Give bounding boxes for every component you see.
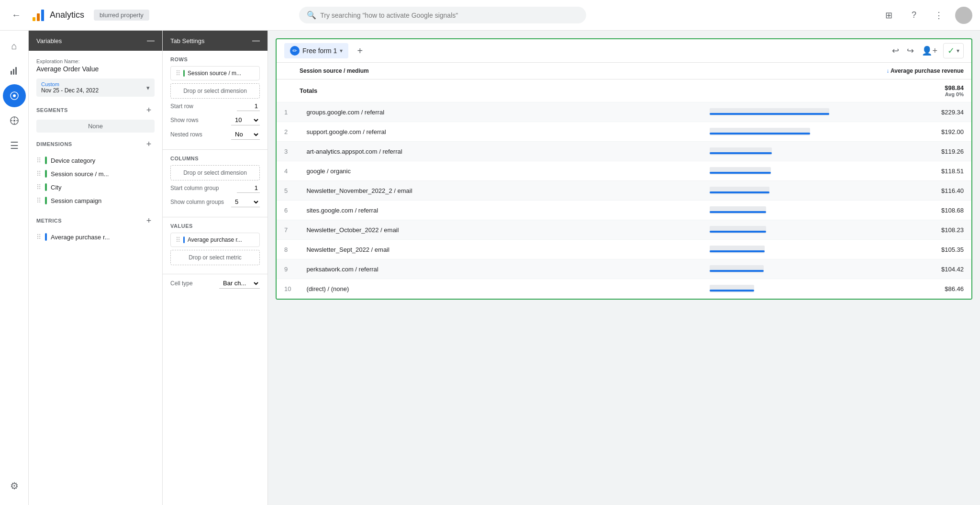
start-row-input[interactable] — [237, 101, 260, 111]
columns-section: COLUMNS Drop or select dimension Start c… — [163, 150, 267, 217]
dimension-label: City — [51, 184, 61, 191]
row-num: 9 — [277, 259, 299, 279]
more-icon-btn[interactable]: ⋮ — [930, 7, 947, 24]
table-row: 4 google / organic $118.51 — [277, 161, 971, 181]
sidebar-item-reports[interactable] — [3, 59, 26, 82]
bar-fill — [710, 270, 764, 272]
bar-bg — [710, 206, 766, 214]
bar-bg — [710, 285, 754, 292]
search-bar[interactable]: 🔍 — [299, 7, 586, 23]
explore-icon — [10, 91, 19, 101]
svg-rect-5 — [15, 67, 17, 75]
data-table: Session source / medium ↓ Average purcha… — [277, 63, 971, 102]
date-range-selector[interactable]: Custom Nov 25 - Dec 24, 2022 ▾ — [36, 79, 155, 97]
dimension-session-source[interactable]: ⠿ Session source / m... — [36, 167, 155, 180]
row-num: 10 — [277, 279, 299, 299]
chevron-down-icon: ▾ — [146, 84, 150, 91]
status-button[interactable]: ✓ ▾ — [943, 43, 964, 58]
dimension-label: Session source / m... — [51, 170, 109, 178]
grid-icon-btn[interactable]: ⊞ — [880, 7, 898, 24]
row-drop-zone[interactable]: Drop or select dimension — [170, 83, 260, 99]
bar-cell — [702, 220, 846, 240]
row-num-header — [277, 63, 292, 79]
bar-cell — [702, 201, 846, 220]
variables-minimize-btn[interactable]: — — [147, 36, 155, 45]
metric-drop-zone[interactable]: Drop or select metric — [170, 250, 260, 265]
svg-point-8 — [13, 94, 16, 97]
dimension-bar — [45, 183, 47, 191]
sidebar-item-explore[interactable] — [3, 84, 26, 107]
free-form-tab[interactable]: ✏ Free form 1 ▾ — [284, 43, 348, 58]
bar-fill — [710, 172, 771, 174]
bar-bg — [710, 187, 769, 194]
bar-cell — [702, 240, 846, 259]
bar-cell — [702, 142, 846, 161]
row-num: 3 — [277, 142, 299, 161]
sidebar-bottom: ⚙ — [3, 474, 26, 505]
bar-container — [710, 245, 838, 254]
back-button[interactable]: ← — [8, 7, 25, 24]
redo-button[interactable]: ↪ — [905, 44, 916, 58]
property-selector[interactable]: blurred property — [94, 10, 149, 21]
main-content: ✏ Free form 1 ▾ + ↩ ↪ 👤+ ✓ ▾ — [268, 31, 980, 505]
variables-title: Variables — [36, 37, 62, 45]
show-col-select[interactable]: 5 10 — [231, 197, 260, 207]
segments-title: SEGMENTS — [36, 107, 68, 113]
svg-point-10 — [13, 120, 15, 122]
svg-rect-3 — [11, 71, 12, 75]
chevron-down-icon: ▾ — [340, 47, 343, 54]
totals-num — [277, 79, 292, 102]
svg-rect-0 — [33, 17, 35, 21]
row-label: groups.google.com / referral — [299, 102, 702, 122]
dimension-city[interactable]: ⠿ City — [36, 180, 155, 194]
show-rows-label: Show rows — [170, 117, 199, 123]
show-rows-select[interactable]: 10 25 50 — [231, 115, 260, 125]
exploration-container: ✏ Free form 1 ▾ + ↩ ↪ 👤+ ✓ ▾ — [276, 38, 972, 300]
tab-settings-panel: Tab Settings — ROWS ⠿ Session source / m… — [163, 31, 268, 505]
sidebar-item-home[interactable]: ⌂ — [3, 34, 26, 57]
bar-fill — [710, 113, 829, 115]
start-col-input[interactable] — [237, 183, 260, 193]
row-dimension-chip[interactable]: ⠿ Session source / m... — [170, 66, 260, 80]
sidebar-item-settings[interactable]: ⚙ — [3, 474, 26, 497]
sidebar-item-advertising[interactable] — [3, 109, 26, 132]
show-rows-row: Show rows 10 25 50 — [170, 115, 260, 125]
bar-fill — [710, 133, 810, 135]
rows-section: ROWS ⠿ Session source / m... Drop or sel… — [163, 51, 267, 150]
chip-bar — [183, 70, 185, 77]
bar-cell — [702, 259, 846, 279]
share-button[interactable]: 👤+ — [920, 44, 939, 58]
metric-avg-purchase[interactable]: ⠿ Average purchase r... — [36, 230, 155, 244]
search-input[interactable] — [320, 11, 579, 19]
value-metric-chip[interactable]: ⠿ Average purchase r... — [170, 233, 260, 247]
exploration-name-label: Exploration Name: — [36, 58, 155, 64]
cell-type-select[interactable]: Bar ch... Heat map Plain text — [219, 278, 260, 289]
add-tab-button[interactable]: + — [352, 43, 368, 58]
bar-cell — [702, 161, 846, 181]
sidebar-item-configure[interactable]: ☰ — [3, 134, 26, 157]
drag-icon: ⠿ — [36, 157, 41, 164]
col-drop-zone[interactable]: Drop or select dimension — [170, 165, 260, 180]
help-icon-btn[interactable]: ? — [905, 7, 923, 24]
table-row: 7 Newsletter_October_2022 / email $108.2… — [277, 220, 971, 240]
bar-fill — [710, 211, 766, 213]
add-segment-button[interactable]: + — [143, 104, 155, 116]
row-num: 2 — [277, 122, 299, 142]
row-label: google / organic — [299, 161, 702, 181]
undo-button[interactable]: ↩ — [890, 44, 901, 58]
avatar[interactable] — [955, 7, 972, 24]
dimension-session-campaign[interactable]: ⠿ Session campaign — [36, 194, 155, 207]
add-dimension-button[interactable]: + — [143, 138, 155, 150]
table-row: 1 groups.google.com / referral $229.34 — [277, 102, 971, 122]
nested-rows-select[interactable]: No Yes — [231, 129, 260, 140]
bar-bg — [710, 128, 810, 135]
add-metric-button[interactable]: + — [143, 215, 155, 226]
chevron-down-icon: ▾ — [957, 47, 959, 54]
bar-container — [710, 284, 838, 293]
tab-settings-minimize-btn[interactable]: — — [252, 36, 260, 45]
bar-fill — [710, 191, 769, 193]
exploration-name-value: Average Order Value — [36, 65, 155, 73]
dimension-device-category[interactable]: ⠿ Device category — [36, 154, 155, 167]
variables-panel-header: Variables — — [29, 31, 162, 51]
logo: Analytics — [31, 8, 84, 23]
